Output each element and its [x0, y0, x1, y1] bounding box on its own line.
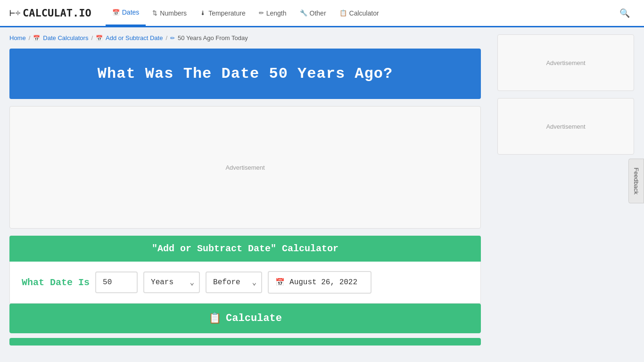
nav-label-other: Other	[310, 9, 326, 17]
hero-banner: What Was The Date 50 Years Ago?	[9, 49, 481, 99]
nav-item-calculator[interactable]: 📋 Calculator	[333, 1, 386, 25]
sidebar-ad-top-label: Advertisement	[546, 59, 585, 66]
search-icon[interactable]: 🔍	[615, 3, 635, 23]
site-logo[interactable]: ⊢÷ CALCULAT.IO	[9, 7, 91, 19]
calculator-body: What Date Is Years Months Weeks Days Bef…	[9, 262, 481, 304]
date-value: August 26, 2022	[289, 278, 357, 287]
calculator-nav-icon: 📋	[339, 9, 347, 16]
other-icon: 🔧	[300, 9, 307, 16]
nav-item-other[interactable]: 🔧 Other	[293, 1, 333, 25]
main-content: Home / 📅 Date Calculators / 📅 Add or Sub…	[0, 27, 490, 353]
feedback-tab[interactable]: Feedback	[628, 158, 644, 203]
page-wrapper: Home / 📅 Date Calculators / 📅 Add or Sub…	[0, 27, 644, 353]
direction-select[interactable]: Before After	[206, 272, 262, 293]
calculator-label: What Date Is	[22, 277, 90, 288]
nav-menu: 📅 Dates ⇅ Numbers 🌡 Temperature ✏ Length	[106, 0, 615, 26]
calculator-row: What Date Is Years Months Weeks Days Bef…	[22, 271, 469, 294]
nav-link-dates[interactable]: 📅 Dates	[106, 0, 146, 26]
nav-label-temperature: Temperature	[208, 9, 246, 17]
nav-label-length: Length	[266, 9, 287, 17]
number-input[interactable]	[95, 272, 138, 293]
nav-label-calculator: Calculator	[349, 9, 379, 17]
date-picker[interactable]: 📅 August 26, 2022	[268, 271, 372, 294]
feedback-label: Feedback	[633, 167, 640, 194]
main-ad-label: Advertisement	[225, 164, 264, 171]
breadcrumb-date-calc-icon: 📅	[33, 35, 40, 41]
nav-item-length[interactable]: ✏ Length	[252, 1, 293, 25]
breadcrumb-sep-1: /	[29, 34, 31, 41]
calculate-btn-label: Calculate	[226, 313, 282, 324]
temperature-icon: 🌡	[200, 9, 206, 16]
sidebar: Advertisement Advertisement	[490, 27, 641, 353]
nav-link-numbers[interactable]: ⇅ Numbers	[146, 1, 193, 25]
nav-item-numbers[interactable]: ⇅ Numbers	[146, 1, 193, 25]
main-ad-box: Advertisement	[9, 106, 481, 229]
calculate-button[interactable]: 📋 Calculate	[9, 304, 481, 333]
logo-text: CALCULAT.IO	[23, 7, 91, 19]
unit-select-wrapper: Years Months Weeks Days	[143, 272, 200, 293]
sidebar-ad-bottom-label: Advertisement	[546, 123, 585, 130]
nav-label-numbers: Numbers	[160, 9, 187, 17]
sidebar-ad-bottom: Advertisement	[497, 98, 634, 155]
unit-select[interactable]: Years Months Weeks Days	[143, 272, 200, 293]
sidebar-ad-top: Advertisement	[497, 34, 634, 91]
calculator-section: "Add or Subtract Date" Calculator What D…	[9, 236, 481, 333]
calendar-icon: 📅	[275, 278, 285, 287]
nav-link-temperature[interactable]: 🌡 Temperature	[193, 1, 252, 25]
calculate-btn-icon: 📋	[208, 312, 221, 325]
breadcrumb-sep-2: /	[91, 34, 93, 41]
breadcrumb: Home / 📅 Date Calculators / 📅 Add or Sub…	[9, 34, 481, 41]
nav-link-calculator[interactable]: 📋 Calculator	[333, 1, 386, 25]
hero-title: What Was The Date 50 Years Ago?	[19, 65, 471, 82]
breadcrumb-home[interactable]: Home	[9, 34, 26, 41]
calculator-footer: 📋 Calculate	[9, 304, 481, 333]
breadcrumb-sep-3: /	[165, 34, 167, 41]
bottom-hint-bar	[9, 338, 481, 346]
breadcrumb-date-calculators[interactable]: Date Calculators	[43, 34, 88, 41]
calculator-header: "Add or Subtract Date" Calculator	[9, 236, 481, 262]
nav-item-dates[interactable]: 📅 Dates	[106, 0, 146, 26]
breadcrumb-current: 50 Years Ago From Today	[178, 34, 248, 41]
length-icon: ✏	[259, 9, 264, 16]
dates-icon: 📅	[112, 9, 120, 16]
direction-select-wrapper: Before After	[206, 272, 262, 293]
nav-item-temperature[interactable]: 🌡 Temperature	[193, 1, 252, 25]
navbar: ⊢÷ CALCULAT.IO 📅 Dates ⇅ Numbers 🌡 Tempe…	[0, 0, 644, 27]
breadcrumb-current-icon: ✏	[170, 35, 175, 41]
nav-label-dates: Dates	[122, 8, 140, 16]
breadcrumb-add-subtract[interactable]: Add or Subtract Date	[106, 34, 163, 41]
nav-link-other[interactable]: 🔧 Other	[293, 1, 333, 25]
breadcrumb-add-subtract-icon: 📅	[96, 35, 103, 41]
numbers-icon: ⇅	[152, 9, 157, 16]
logo-icon: ⊢÷	[9, 7, 21, 19]
nav-link-length[interactable]: ✏ Length	[252, 1, 293, 25]
